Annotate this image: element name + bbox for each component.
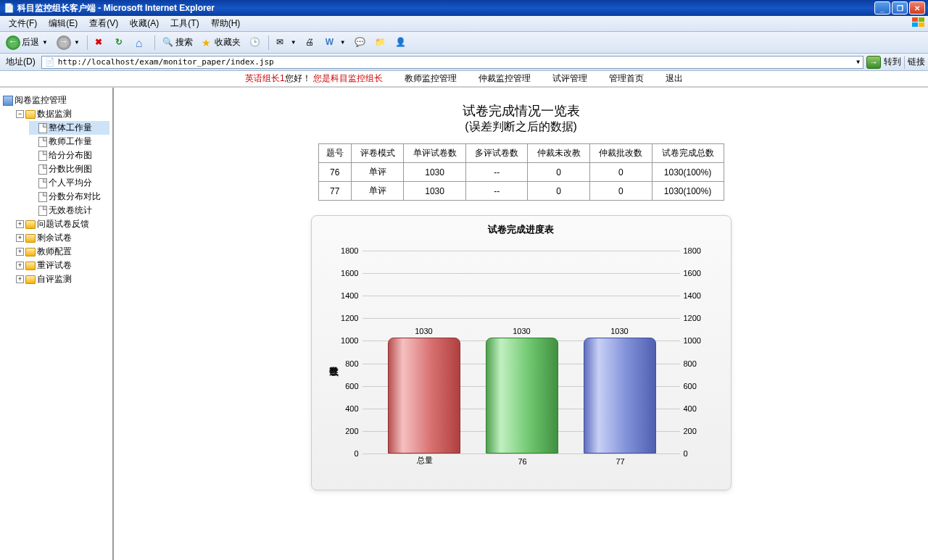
forward-button[interactable]: ▼	[54, 34, 83, 51]
table-cell: 0	[528, 163, 590, 182]
table-header: 单评试卷数	[404, 144, 466, 163]
addressbar: 地址(D) 📄 http://localhost/exam/monitor_pa…	[0, 54, 928, 71]
minimize-button[interactable]: _	[874, 1, 890, 14]
table-row: 76单评1030--001030(100%)	[318, 163, 724, 182]
folder-icon	[25, 275, 36, 284]
tree-leaf[interactable]: 无效卷统计	[29, 204, 109, 217]
nav-logout[interactable]: 退出	[666, 72, 683, 85]
page-icon	[38, 206, 47, 216]
back-icon	[6, 35, 20, 50]
expand-icon[interactable]: +	[16, 234, 24, 242]
folder-open-icon	[25, 110, 36, 119]
tree-leaf[interactable]: 整体工作量	[29, 121, 109, 135]
ytick: 400	[684, 404, 709, 413]
menu-view[interactable]: 查看(V)	[83, 16, 124, 31]
tree-folder[interactable]: +剩余试卷	[16, 231, 109, 245]
table-cell: 1030(100%)	[652, 163, 724, 182]
research-button[interactable]: 📁	[372, 35, 389, 50]
ytick: 600	[334, 382, 359, 390]
star-icon	[202, 37, 213, 49]
table-cell: --	[465, 182, 528, 201]
tree-data-monitor[interactable]: − 数据监测	[16, 107, 109, 121]
url-text: http://localhost/exam/monitor_paper/inde…	[58, 57, 274, 67]
table-cell: 0	[589, 182, 652, 201]
expand-icon[interactable]: +	[16, 248, 24, 256]
favorites-button[interactable]: 收藏夹	[199, 35, 244, 50]
mail-button[interactable]: ✉▼	[273, 35, 299, 50]
address-label: 地址(D)	[3, 56, 38, 68]
nav-trial-manage[interactable]: 试评管理	[552, 72, 587, 85]
toolbar: 后退▼ ▼ ✖ ↻ 搜索 收藏夹 🕒 ✉▼ 🖨 W▼ 💬 📁 👤	[0, 32, 928, 54]
tree-leaf[interactable]: 个人平均分	[29, 176, 109, 190]
ytick: 1600	[334, 269, 359, 277]
table-cell: --	[465, 163, 528, 182]
tree-root[interactable]: 阅卷监控管理	[3, 93, 109, 107]
ytick: 1600	[684, 269, 709, 277]
ytick: 400	[334, 404, 359, 413]
tree-leaf[interactable]: 分数分布对比	[29, 190, 109, 204]
refresh-button[interactable]: ↻	[112, 35, 130, 50]
data-table: 题号评卷模式单评试卷数多评试卷数仲裁未改教仲裁批改数试卷完成总数 76单评103…	[318, 143, 724, 201]
menu-edit[interactable]: 编辑(E)	[43, 16, 83, 31]
ytick: 800	[684, 359, 709, 368]
page-subtitle: (误差判断之后的数据)	[128, 120, 914, 135]
history-button[interactable]: 🕒	[246, 35, 264, 50]
menu-help[interactable]: 帮助(H)	[205, 16, 246, 31]
discuss-button[interactable]: 💬	[352, 35, 369, 50]
tree-folder[interactable]: +教师配置	[16, 245, 109, 259]
tree-leaf[interactable]: 给分分布图	[29, 149, 109, 162]
menu-tools[interactable]: 工具(T)	[165, 16, 204, 31]
table-header: 评卷模式	[352, 144, 404, 163]
expand-icon[interactable]: +	[16, 262, 24, 269]
nav-arbitration-monitor[interactable]: 仲裁监控管理	[478, 72, 531, 85]
collapse-icon[interactable]: −	[16, 110, 24, 118]
bar-label: 1030	[389, 327, 460, 335]
tree-leaf[interactable]: 分数比例图	[29, 162, 109, 176]
xtick: 76	[486, 457, 559, 466]
tree-folder[interactable]: +重评试卷	[16, 259, 109, 272]
forward-icon	[57, 35, 71, 50]
close-button[interactable]: ✕	[909, 1, 925, 14]
maximize-button[interactable]: ❐	[892, 1, 908, 14]
sidebar: 阅卷监控管理 − 数据监测 整体工作量教师工作量给分分布图分数比例图个人平均分分…	[0, 88, 114, 560]
table-header: 试卷完成总数	[652, 144, 724, 163]
tree-leaf[interactable]: 教师工作量	[29, 135, 109, 149]
links-label[interactable]: 链接	[908, 56, 925, 68]
menu-favorites[interactable]: 收藏(A)	[124, 16, 165, 31]
table-row: 77单评1030--001030(100%)	[318, 182, 724, 201]
nav-teacher-monitor[interactable]: 教师监控管理	[405, 72, 457, 85]
menu-file[interactable]: 文件(F)	[3, 16, 43, 31]
table-header: 多评试卷数	[465, 144, 528, 163]
table-cell: 0	[589, 163, 652, 182]
page-icon	[38, 164, 47, 175]
url-input[interactable]: 📄 http://localhost/exam/monitor_paper/in…	[41, 56, 863, 69]
book-icon	[3, 96, 13, 106]
home-icon	[136, 37, 147, 49]
messenger-button[interactable]: 👤	[392, 35, 410, 50]
home-button[interactable]	[133, 35, 150, 50]
chevron-down-icon[interactable]: ▼	[856, 59, 860, 65]
ytick: 1000	[684, 336, 709, 345]
table-cell: 单评	[352, 182, 404, 201]
ytick: 200	[684, 427, 709, 435]
print-button[interactable]: 🖨	[302, 35, 320, 50]
page-icon	[38, 178, 47, 188]
ytick: 800	[334, 359, 359, 368]
page-title: 试卷完成情况一览表	[128, 102, 914, 120]
expand-icon[interactable]: +	[16, 275, 24, 283]
table-cell: 0	[528, 182, 590, 201]
print-icon: 🖨	[305, 37, 317, 49]
edit-button[interactable]: W▼	[323, 35, 349, 50]
back-button[interactable]: 后退▼	[3, 34, 51, 51]
refresh-icon: ↻	[115, 37, 127, 49]
nav-admin-home[interactable]: 管理首页	[609, 72, 644, 85]
expand-icon[interactable]: +	[16, 220, 24, 228]
search-button[interactable]: 搜索	[160, 35, 196, 50]
go-button[interactable]: →	[866, 56, 881, 69]
tree-folder[interactable]: +自评监测	[16, 272, 109, 286]
stop-button[interactable]: ✖	[92, 35, 109, 50]
content: 阅卷监控管理 − 数据监测 整体工作量教师工作量给分分布图分数比例图个人平均分分…	[0, 87, 928, 560]
tree-folder[interactable]: +问题试卷反馈	[16, 217, 109, 231]
folder-icon	[25, 262, 36, 270]
window-controls: _ ❐ ✕	[874, 1, 925, 14]
